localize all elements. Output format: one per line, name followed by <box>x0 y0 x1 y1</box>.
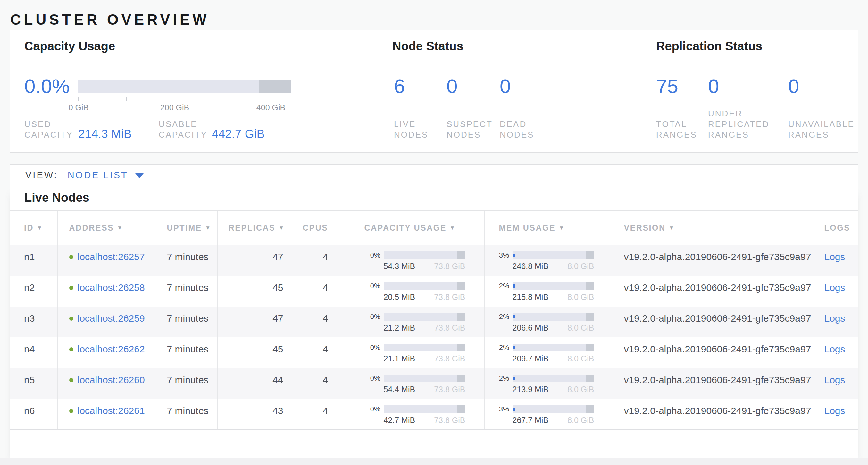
logs-link[interactable]: Logs <box>825 282 845 293</box>
node-address-link[interactable]: localhost:26261 <box>78 405 145 416</box>
node-version-cell: v19.2.0-alpha.20190606-2491-gfe735c9a97 <box>611 337 814 368</box>
node-replicas-cell: 47 <box>217 245 294 276</box>
node-replicas-cell: 43 <box>217 399 294 430</box>
node-table-row: n6 localhost:26261 7 minutes 43 4 0% <box>10 399 858 430</box>
view-dropdown-selected: NODE LIST <box>68 170 128 180</box>
node-cpus-cell: 4 <box>294 245 336 276</box>
mem-usage-bar <box>513 313 594 321</box>
node-address-cell: localhost:26257 <box>57 245 152 276</box>
sort-arrow-icon: ▼ <box>37 225 43 231</box>
mem-reserved-segment <box>586 313 594 321</box>
mem-total-value: 8.0 GiB <box>567 385 594 394</box>
usable-capacity-value: 442.7 GiB <box>212 127 265 141</box>
dead-nodes-count: 0 <box>500 74 510 98</box>
axis-tick <box>78 96 79 101</box>
mem-used-segment <box>513 408 516 411</box>
capacity-used-percent: 0.0% <box>24 74 69 98</box>
live-nodes-label: LIVE NODES <box>394 119 428 140</box>
node-live-status-icon <box>69 286 73 290</box>
view-dropdown[interactable]: NODE LIST <box>68 170 144 180</box>
node-live-status-icon <box>69 347 73 351</box>
axis-tick <box>175 96 175 101</box>
sort-arrow-icon: ▼ <box>205 225 211 231</box>
mem-percent-label: 2% <box>485 374 509 383</box>
capacity-total-value: 73.8 GiB <box>434 262 465 271</box>
mem-used-segment <box>513 346 515 349</box>
mem-reserved-segment <box>586 375 594 382</box>
column-header-version[interactable]: VERSION▼ <box>611 211 814 245</box>
node-address-link[interactable]: localhost:26258 <box>78 282 145 293</box>
node-capacity-usage-cell: 0% 21.2 MiB 73.8 GiB <box>336 307 484 337</box>
node-address-cell: localhost:26260 <box>57 368 152 399</box>
used-capacity-value: 214.3 MiB <box>78 127 132 141</box>
axis-tick <box>271 96 272 101</box>
node-capacity-usage-cell: 0% 21.1 MiB 73.8 GiB <box>336 337 484 368</box>
under-replicated-label: UNDER- REPLICATED RANGES <box>708 108 769 140</box>
capacity-used-value: 21.1 MiB <box>384 354 415 364</box>
logs-link[interactable]: Logs <box>825 313 845 324</box>
node-table-row: n5 localhost:26260 7 minutes 44 4 0% <box>10 368 858 399</box>
node-address-link[interactable]: localhost:26257 <box>78 252 145 262</box>
node-mem-usage-cell: 2% 209.7 MiB 8.0 GiB <box>484 337 611 368</box>
node-logs-cell: Logs <box>814 276 858 307</box>
mem-used-segment <box>513 254 516 257</box>
column-header-uptime[interactable]: UPTIME▼ <box>152 211 217 245</box>
node-table-row: n3 localhost:26259 7 minutes 47 4 0% <box>10 307 858 337</box>
suspect-nodes-label: SUSPECT NODES <box>446 119 493 140</box>
node-capacity-usage-cell: 0% 20.5 MiB 73.8 GiB <box>336 276 484 307</box>
mem-reserved-segment <box>586 405 594 413</box>
total-ranges-count: 75 <box>656 74 678 98</box>
logs-link[interactable]: Logs <box>825 405 845 416</box>
capacity-usage-bar <box>384 344 465 351</box>
mem-used-value: 209.7 MiB <box>513 354 549 364</box>
logs-link[interactable]: Logs <box>825 375 845 385</box>
node-id-cell: n1 <box>10 245 57 276</box>
mem-usage-bar <box>513 375 594 382</box>
column-header-replicas[interactable]: REPLICAS▼ <box>217 211 294 245</box>
node-uptime-cell: 7 minutes <box>152 245 217 276</box>
sort-arrow-icon: ▼ <box>669 225 675 231</box>
column-header-address[interactable]: ADDRESS▼ <box>57 211 152 245</box>
column-header-mem-usage[interactable]: MEM USAGE▼ <box>484 211 611 245</box>
mem-total-value: 8.0 GiB <box>567 292 594 302</box>
mem-usage-bar <box>513 252 594 259</box>
node-mem-usage-cell: 2% 215.8 MiB 8.0 GiB <box>484 276 611 307</box>
column-header-id[interactable]: ID▼ <box>10 211 57 245</box>
axis-label-200: 200 GiB <box>149 103 200 112</box>
node-address-link[interactable]: localhost:26259 <box>78 313 145 324</box>
node-logs-cell: Logs <box>814 337 858 368</box>
mem-used-value: 267.7 MiB <box>513 416 549 425</box>
node-address-cell: localhost:26262 <box>57 337 152 368</box>
node-uptime-cell: 7 minutes <box>152 307 217 337</box>
node-cpus-cell: 4 <box>294 337 336 368</box>
chevron-down-icon <box>135 174 144 178</box>
node-version-cell: v19.2.0-alpha.20190606-2491-gfe735c9a97 <box>611 368 814 399</box>
node-replicas-cell: 44 <box>217 368 294 399</box>
capacity-usage-bar <box>384 252 465 259</box>
node-mem-usage-cell: 2% 206.6 MiB 8.0 GiB <box>484 307 611 337</box>
live-nodes-card: Live Nodes ID▼ ADDRESS▼ UPTIME▼ REPLICAS… <box>10 186 858 458</box>
column-header-capacity-usage[interactable]: CAPACITY USAGE▼ <box>336 211 484 245</box>
mem-total-value: 8.0 GiB <box>567 354 594 364</box>
logs-link[interactable]: Logs <box>825 344 845 354</box>
node-address-link[interactable]: localhost:26260 <box>78 375 145 385</box>
node-uptime-cell: 7 minutes <box>152 337 217 368</box>
unavailable-ranges-label: UNAVAILABLE RANGES <box>788 119 855 140</box>
mem-total-value: 8.0 GiB <box>567 416 594 425</box>
node-version-cell: v19.2.0-alpha.20190606-2491-gfe735c9a97 <box>611 245 814 276</box>
capacity-used-value: 42.7 MiB <box>384 416 415 425</box>
capacity-usage-bar <box>384 313 465 321</box>
node-address-link[interactable]: localhost:26262 <box>78 344 145 354</box>
node-uptime-cell: 7 minutes <box>152 368 217 399</box>
logs-link[interactable]: Logs <box>825 252 845 262</box>
column-header-logs: LOGS <box>814 211 858 245</box>
node-live-status-icon <box>69 255 73 259</box>
capacity-reserved-segment <box>457 313 465 321</box>
capacity-reserved-segment <box>259 80 291 93</box>
node-capacity-usage-cell: 0% 54.3 MiB 73.8 GiB <box>336 245 484 276</box>
capacity-usage-bar <box>384 405 465 413</box>
node-uptime-cell: 7 minutes <box>152 399 217 430</box>
view-selector-bar: VIEW: NODE LIST <box>10 164 858 186</box>
capacity-total-value: 73.8 GiB <box>434 292 465 302</box>
mem-usage-bar <box>513 405 594 413</box>
